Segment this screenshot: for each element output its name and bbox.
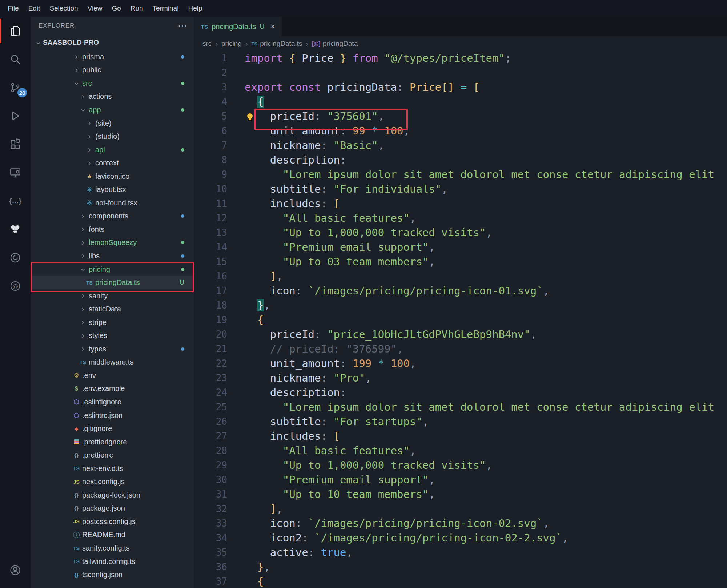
menu-terminal[interactable]: Terminal [148,4,184,12]
sidebar-file-next-env-d-ts[interactable]: TSnext-env.d.ts [31,462,194,475]
sidebar-file-gitignore[interactable]: ◆.gitignore [31,422,194,435]
code-line-15[interactable]: 15 "Up to 03 team members", [194,254,727,269]
sidebar-file-tsconfig-json[interactable]: {}tsconfig.json [31,568,194,581]
sidebar-folder-public[interactable]: ›public [31,64,194,77]
sidebar-folder-fonts[interactable]: ›fonts [31,223,194,236]
code-line-28[interactable]: 28 "All basic features", [194,443,727,458]
sidebar-folder-pricing[interactable]: ›pricing [31,263,194,276]
code-line-36[interactable]: 36 }, [194,560,727,574]
sidebar-file-package-json[interactable]: {}package.json [31,502,194,515]
sidebar-folder-context[interactable]: ›context [31,156,194,170]
sidebar-file-sanity-config-ts[interactable]: TSsanity.config.ts [31,541,194,555]
code-line-5[interactable]: 5 priceId: "375601", [194,109,727,124]
code-line-4[interactable]: 4 { [194,94,727,109]
code-line-30[interactable]: 30 "Premium email support", [194,472,727,487]
code-line-1[interactable]: 1import { Price } from "@/types/priceIte… [194,51,727,65]
sidebar-file-layout-tsx[interactable]: layout.tsx [31,183,194,196]
activity-search-icon[interactable] [0,45,31,73]
sidebar-folder-types[interactable]: ›types [31,342,194,356]
sidebar-file-env-example[interactable]: $.env.example [31,382,194,396]
code-line-12[interactable]: 12 "All basic features", [194,211,727,225]
breadcrumb-pricingdata-ts[interactable]: TSpricingData.ts [252,40,302,48]
code-line-18[interactable]: 18 }, [194,298,727,313]
sidebar-file-middleware-ts[interactable]: TSmiddleware.ts [31,356,194,369]
code-line-25[interactable]: 25 "Lorem ipsum dolor sit amet dolorol m… [194,400,727,414]
sidebar-file-not-found-tsx[interactable]: not-found.tsx [31,196,194,210]
activity-explorer-icon[interactable] [0,17,31,45]
sidebar-folder-stripe[interactable]: ›stripe [31,316,194,329]
code-editor[interactable]: 1import { Price } from "@/types/priceIte… [194,51,727,588]
sidebar-folder-components[interactable]: ›components [31,210,194,223]
sidebar-file-next-config-js[interactable]: JSnext.config.js [31,475,194,489]
sidebar-folder-actions[interactable]: ›actions [31,90,194,104]
code-line-29[interactable]: 29 "Up to 1,000,000 tracked visits", [194,458,727,472]
code-line-16[interactable]: 16 ], [194,269,727,283]
breadcrumb-src[interactable]: src [202,40,212,48]
sidebar-folder-src[interactable]: ›src [31,77,194,90]
code-line-32[interactable]: 32 ], [194,502,727,516]
code-line-24[interactable]: 24 description: [194,385,727,400]
activity-source-control-icon[interactable]: 20 [0,73,31,102]
code-line-7[interactable]: 7 nickname: "Basic", [194,138,727,153]
sidebar-file-pricingdata-ts[interactable]: TSpricingData.tsU [31,276,194,289]
code-line-33[interactable]: 33 icon: `/images/pricing/pricing-icon-0… [194,516,727,531]
activity-snippets-braces-icon[interactable]: {…} [0,187,31,215]
sidebar-folder-libs[interactable]: ›libs [31,249,194,263]
sidebar-folder-lemonsqueezy[interactable]: ›lemonSqueezy [31,236,194,250]
sidebar-file-eslintrc-json[interactable]: .eslintrc.json [31,409,194,422]
sidebar-file-tailwind-config-ts[interactable]: TStailwind.config.ts [31,555,194,568]
menu-selection[interactable]: Selection [45,4,83,12]
activity-extensions-icon[interactable] [0,130,31,158]
activity-account-icon[interactable] [0,556,31,584]
sidebar-file-prettierignore[interactable]: .prettierignore [31,435,194,449]
sidebar-folder-prisma[interactable]: ›prisma [31,50,194,64]
code-line-10[interactable]: 10 subtitle: "For individuals", [194,182,727,196]
activity-circle-extension-icon[interactable] [0,243,31,272]
code-line-19[interactable]: 19 { [194,313,727,327]
tab-pricingdata-ts[interactable]: TS pricingData.ts U × [194,17,282,36]
more-actions-icon[interactable]: ⋯ [178,24,187,28]
code-line-17[interactable]: 17 icon: `/images/pricing/pricing-icon-0… [194,283,727,298]
code-line-20[interactable]: 20 priceId: "price_1ObHcJLtGdPVhGLeBp9hB… [194,327,727,342]
activity-butterfly-extension-icon[interactable] [0,215,31,243]
code-line-34[interactable]: 34 icon2: `/images/pricing/pricing-icon-… [194,531,727,545]
sidebar-folder-site[interactable]: ›(site) [31,117,194,130]
menu-file[interactable]: File [3,4,24,12]
menu-view[interactable]: View [83,4,107,12]
breadcrumb-pricing[interactable]: pricing [221,40,242,48]
sidebar-file-env[interactable]: ⚙.env [31,369,194,382]
sidebar-folder-staticdata[interactable]: ›staticData [31,302,194,316]
code-line-26[interactable]: 26 subtitle: "For startups", [194,414,727,429]
sidebar-file-postcss-config-js[interactable]: JSpostcss.config.js [31,515,194,528]
sidebar-file-package-lock-json[interactable]: {}package-lock.json [31,488,194,502]
sidebar-folder-sanity[interactable]: ›sanity [31,289,194,303]
menu-help[interactable]: Help [183,4,207,12]
menu-run[interactable]: Run [126,4,148,12]
code-line-22[interactable]: 22 unit_amount: 199 * 100, [194,356,727,371]
sidebar-file-readme-md[interactable]: iREADME.md [31,528,194,542]
lightbulb-icon[interactable] [247,113,253,119]
code-line-3[interactable]: 3export const pricingData: Price[] = [ [194,80,727,94]
close-icon[interactable]: × [270,21,275,32]
menu-edit[interactable]: Edit [24,4,45,12]
code-line-11[interactable]: 11 includes: [ [194,196,727,211]
breadcrumb-pricingdata[interactable]: [@]pricingData [312,40,358,48]
sidebar-folder-app[interactable]: ›app [31,103,194,117]
activity-remote-monitor-icon[interactable] [0,158,31,187]
code-line-9[interactable]: 9 "Lorem ipsum dolor sit amet dolorol me… [194,167,727,182]
sidebar-file-eslintignore[interactable]: .eslintignore [31,395,194,409]
sidebar-file-prettierrc[interactable]: {}.prettierrc [31,448,194,462]
code-line-13[interactable]: 13 "Up to 1,000,000 tracked visits", [194,225,727,240]
code-line-37[interactable]: 37 { [194,574,727,588]
code-line-2[interactable]: 2 [194,65,727,80]
code-line-23[interactable]: 23 nickname: "Pro", [194,371,727,385]
code-line-6[interactable]: 6 unit_amount: 99 * 100, [194,124,727,138]
code-line-14[interactable]: 14 "Premium email support", [194,240,727,254]
activity-run-debug-icon[interactable] [0,102,31,130]
sidebar-folder-api[interactable]: ›api [31,143,194,157]
sidebar-file-favicon-ico[interactable]: ★favicon.ico [31,170,194,183]
sidebar-folder-studio[interactable]: ›(studio) [31,130,194,143]
code-line-31[interactable]: 31 "Up to 10 team members", [194,487,727,502]
code-line-27[interactable]: 27 includes: [ [194,429,727,443]
project-section-header[interactable]: › SAASBOLD-PRO [31,35,194,50]
